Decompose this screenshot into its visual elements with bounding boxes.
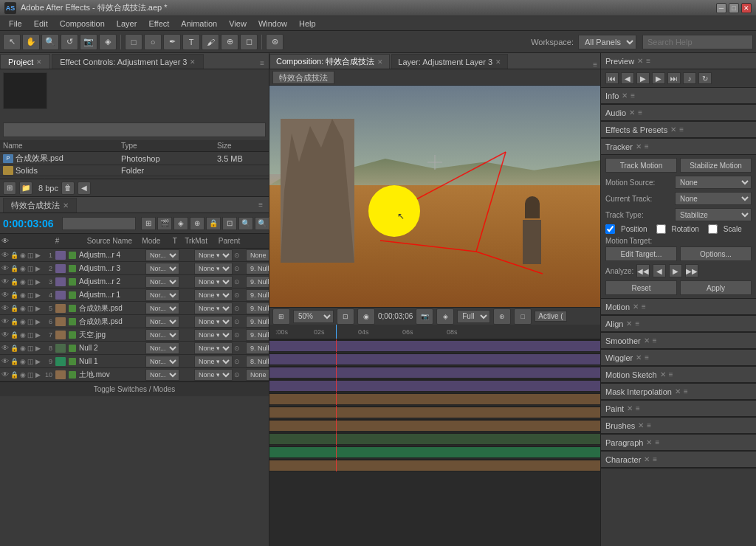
layer-eye-7[interactable]: 👁 (1, 344, 9, 352)
layer-trkmat-select-0[interactable]: None ▾ (194, 249, 233, 261)
smoother-close[interactable]: ✕ (644, 336, 650, 345)
timeline-layer-7[interactable]: 👁 🔒 ◉ ◫ ▶ 8 Null 2 Nor... None ▾ ⊙ 9. Nu… (0, 342, 269, 355)
comp-btn-grid[interactable]: ⊡ (337, 308, 354, 325)
layer-parent-select-0[interactable]: None (246, 249, 269, 261)
layer-eye-0[interactable]: 👁 (1, 251, 9, 259)
tab-effect-controls[interactable]: Effect Controls: Adjustment Layer 3 ✕ (52, 54, 204, 69)
comp-zoom-select[interactable]: 50% (293, 310, 334, 323)
timeline-current-time[interactable]: 0:00:03:06 (3, 218, 54, 229)
layer-lock-6[interactable]: 🔒 (10, 331, 18, 339)
tool-clone[interactable]: ⊕ (221, 34, 238, 50)
layer-parent-select-7[interactable]: 9. Null 1 (246, 342, 269, 354)
tab-effect-controls-close[interactable]: ✕ (190, 58, 196, 66)
motion-sketch-close[interactable]: ✕ (660, 370, 666, 379)
proj-row-0[interactable]: P 合成效果.psd Photoshop 3.5 MB (0, 152, 269, 165)
toggle-switches-bar[interactable]: Toggle Switches / Modes (0, 381, 269, 396)
timeline-bar-row-1[interactable] (269, 353, 600, 366)
proj-row-1[interactable]: Solids Folder (0, 165, 269, 176)
motion-close[interactable]: ✕ (633, 303, 639, 311)
layer-trkmat-select-3[interactable]: None ▾ (194, 289, 233, 301)
timeline-bar-row-0[interactable] (269, 339, 600, 353)
layer-trkmat-select-7[interactable]: None ▾ (194, 342, 233, 354)
comp-btn-render[interactable]: ⊛ (493, 308, 511, 325)
layer-motion-blur-0[interactable]: ◫ (27, 252, 34, 259)
motion-sketch-menu[interactable]: ≡ (669, 370, 673, 379)
timeline-layer-8[interactable]: 👁 🔒 ◉ ◫ ▶ 9 Null 1 Nor... None ▾ ⊙ 8. Nu… (0, 355, 269, 368)
paint-close[interactable]: ✕ (627, 404, 633, 412)
layer-mode-select-5[interactable]: Nor... (145, 316, 179, 328)
align-menu[interactable]: ≡ (635, 319, 639, 328)
layer-motion-blur-4[interactable]: ◫ (27, 305, 34, 312)
layer-lock-4[interactable]: 🔒 (10, 305, 18, 312)
comp-btn-channel[interactable]: □ (514, 308, 532, 325)
timeline-layer-2[interactable]: 👁 🔒 ◉ ◫ ▶ 3 Adjustm...r 2 Nor... None ▾ … (0, 275, 269, 288)
layer-eye-8[interactable]: 👁 (1, 357, 9, 365)
layer-lock-9[interactable]: 🔒 (10, 371, 18, 379)
layer-mode-select-0[interactable]: Nor... (145, 249, 179, 261)
layer-mode-select-1[interactable]: Nor... (145, 263, 179, 274)
layer-expand-6[interactable]: ▶ (35, 331, 41, 339)
comp-btn-camera[interactable]: 📷 (416, 308, 433, 325)
comp-name-button[interactable]: 特效合成技法 (272, 71, 334, 84)
layer-mode-select-3[interactable]: Nor... (145, 289, 179, 301)
layer-eye-4[interactable]: 👁 (1, 304, 9, 312)
prev-last-frame[interactable]: ⏭ (667, 72, 681, 84)
layer-trkmat-select-5[interactable]: None ▾ (194, 316, 233, 328)
analyze-back-step[interactable]: ◀ (653, 264, 666, 277)
layer-expand-7[interactable]: ▶ (35, 345, 41, 352)
tl-btn-2[interactable]: 🎬 (157, 217, 172, 230)
timeline-bar-row-5[interactable] (269, 406, 600, 419)
prev-step-back[interactable]: ◀ (621, 72, 634, 84)
project-search-input[interactable] (3, 122, 266, 137)
motion-source-select[interactable]: None (675, 176, 752, 189)
layer-solo-8[interactable]: ◉ (20, 358, 26, 365)
timeline-layer-3[interactable]: 👁 🔒 ◉ ◫ ▶ 4 Adjustm...r 1 Nor... None ▾ … (0, 288, 269, 302)
prev-loop[interactable]: ↻ (698, 72, 712, 84)
menu-window[interactable]: Window (252, 18, 293, 30)
layer-eye-1[interactable]: 👁 (1, 264, 9, 272)
proj-btn-folder[interactable]: 📁 (19, 182, 32, 195)
comp-viewport[interactable]: ↖ (269, 86, 600, 307)
options-button[interactable]: Options... (680, 246, 752, 261)
position-checkbox[interactable] (605, 224, 615, 234)
prev-step-forward[interactable]: ▶ (652, 72, 665, 84)
layer-eye-5[interactable]: 👁 (1, 317, 9, 325)
layer-trkmat-select-8[interactable]: None ▾ (194, 356, 233, 367)
tl-btn-3[interactable]: ◈ (173, 217, 188, 230)
proj-btn-nav[interactable]: ◀ (78, 182, 91, 195)
mask-interpolation-menu[interactable]: ≡ (684, 387, 688, 395)
timeline-layer-6[interactable]: 👁 🔒 ◉ ◫ ▶ 7 天空.jpg Nor... None ▾ ⊙ 9. Nu… (0, 328, 269, 342)
paragraph-menu[interactable]: ≡ (655, 438, 659, 446)
layer-expand-2[interactable]: ▶ (35, 278, 41, 286)
info-menu[interactable]: ≡ (630, 91, 635, 100)
timeline-layer-5[interactable]: 👁 🔒 ◉ ◫ ▶ 6 合成効果.psd Nor... None ▾ ⊙ 9. … (0, 315, 269, 328)
analyze-forward-step[interactable]: ▶ (669, 264, 682, 277)
analyze-forward-full[interactable]: ▶▶ (685, 264, 698, 277)
motion-menu[interactable]: ≡ (642, 303, 646, 311)
timeline-bar-row-9[interactable] (269, 459, 600, 472)
reset-button[interactable]: Reset (605, 280, 677, 295)
timeline-bar-row-8[interactable] (269, 446, 600, 459)
tool-hand[interactable]: ✋ (22, 34, 40, 50)
layer-solo-2[interactable]: ◉ (20, 278, 26, 286)
rotation-checkbox[interactable] (656, 224, 666, 234)
align-close[interactable]: ✕ (626, 319, 632, 328)
layer-motion-blur-9[interactable]: ◫ (27, 371, 34, 379)
layer-motion-blur-6[interactable]: ◫ (27, 331, 34, 339)
layer-parent-select-4[interactable]: 9. Null 1 (246, 303, 269, 314)
layer-trkmat-select-4[interactable]: None ▾ (194, 303, 233, 314)
close-button[interactable]: ✕ (741, 3, 752, 13)
timeline-layer-1[interactable]: 👁 🔒 ◉ ◫ ▶ 2 Adjustm...r 3 Nor... None ▾ … (0, 262, 269, 275)
layer-parent-select-5[interactable]: 9. Null 1 (246, 316, 269, 328)
paint-menu[interactable]: ≡ (636, 404, 640, 412)
audio-close[interactable]: ✕ (629, 108, 635, 117)
layer-trkmat-select-9[interactable]: None ▾ (194, 369, 233, 381)
layer-motion-blur-1[interactable]: ◫ (27, 265, 34, 272)
comp-quality-select[interactable]: Full (457, 310, 490, 323)
layer-trkmat-select-2[interactable]: None ▾ (194, 276, 233, 288)
layer-lock-0[interactable]: 🔒 (10, 252, 18, 259)
layer-mode-select-9[interactable]: Nor... (145, 369, 179, 381)
info-close[interactable]: ✕ (622, 91, 628, 100)
search-help-input[interactable] (642, 35, 753, 49)
workspace-select[interactable]: All Panels (578, 35, 636, 49)
